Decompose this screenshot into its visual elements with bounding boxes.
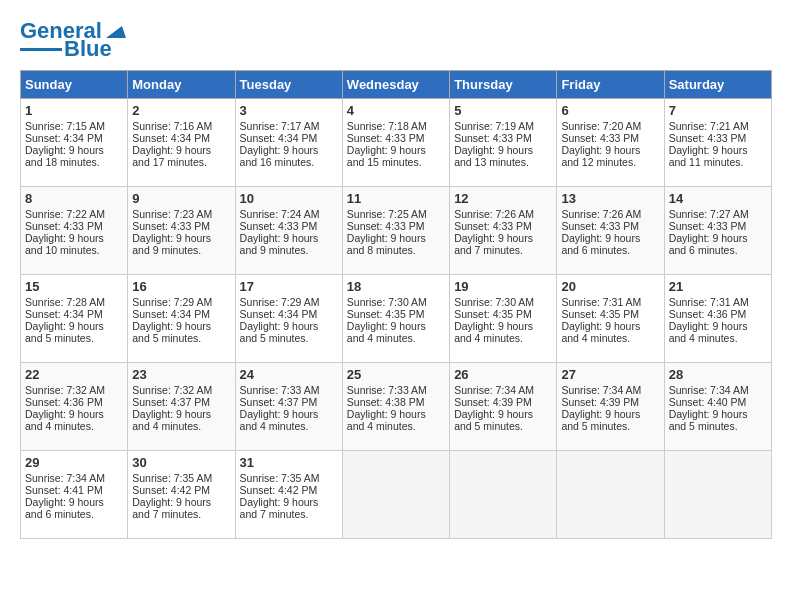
sunrise: Sunrise: 7:34 AM	[561, 384, 641, 396]
daylight: Daylight: 9 hours and 4 minutes.	[454, 320, 533, 344]
sunset: Sunset: 4:33 PM	[669, 132, 747, 144]
daylight: Daylight: 9 hours and 4 minutes.	[132, 408, 211, 432]
daylight: Daylight: 9 hours and 7 minutes.	[132, 496, 211, 520]
calendar-cell: 2Sunrise: 7:16 AMSunset: 4:34 PMDaylight…	[128, 99, 235, 187]
daylight: Daylight: 9 hours and 15 minutes.	[347, 144, 426, 168]
day-number: 1	[25, 103, 123, 118]
day-number: 6	[561, 103, 659, 118]
daylight: Daylight: 9 hours and 4 minutes.	[347, 408, 426, 432]
sunrise: Sunrise: 7:23 AM	[132, 208, 212, 220]
daylight: Daylight: 9 hours and 7 minutes.	[454, 232, 533, 256]
sunset: Sunset: 4:33 PM	[454, 220, 532, 232]
sunrise: Sunrise: 7:28 AM	[25, 296, 105, 308]
calendar-cell: 5Sunrise: 7:19 AMSunset: 4:33 PMDaylight…	[450, 99, 557, 187]
logo-blue-text: Blue	[64, 38, 112, 60]
sunrise: Sunrise: 7:33 AM	[347, 384, 427, 396]
calendar-cell: 13Sunrise: 7:26 AMSunset: 4:33 PMDayligh…	[557, 187, 664, 275]
calendar-cell: 19Sunrise: 7:30 AMSunset: 4:35 PMDayligh…	[450, 275, 557, 363]
sunset: Sunset: 4:41 PM	[25, 484, 103, 496]
calendar-cell: 23Sunrise: 7:32 AMSunset: 4:37 PMDayligh…	[128, 363, 235, 451]
calendar-week-row: 1Sunrise: 7:15 AMSunset: 4:34 PMDaylight…	[21, 99, 772, 187]
sunset: Sunset: 4:35 PM	[454, 308, 532, 320]
sunrise: Sunrise: 7:35 AM	[132, 472, 212, 484]
sunrise: Sunrise: 7:26 AM	[454, 208, 534, 220]
day-number: 8	[25, 191, 123, 206]
sunset: Sunset: 4:39 PM	[454, 396, 532, 408]
sunset: Sunset: 4:35 PM	[347, 308, 425, 320]
day-number: 25	[347, 367, 445, 382]
sunset: Sunset: 4:40 PM	[669, 396, 747, 408]
calendar-cell: 6Sunrise: 7:20 AMSunset: 4:33 PMDaylight…	[557, 99, 664, 187]
weekday-header: Tuesday	[235, 71, 342, 99]
calendar-cell	[664, 451, 771, 539]
daylight: Daylight: 9 hours and 4 minutes.	[25, 408, 104, 432]
calendar-cell: 3Sunrise: 7:17 AMSunset: 4:34 PMDaylight…	[235, 99, 342, 187]
daylight: Daylight: 9 hours and 12 minutes.	[561, 144, 640, 168]
calendar-cell: 17Sunrise: 7:29 AMSunset: 4:34 PMDayligh…	[235, 275, 342, 363]
calendar-week-row: 15Sunrise: 7:28 AMSunset: 4:34 PMDayligh…	[21, 275, 772, 363]
calendar-cell: 30Sunrise: 7:35 AMSunset: 4:42 PMDayligh…	[128, 451, 235, 539]
sunset: Sunset: 4:33 PM	[132, 220, 210, 232]
daylight: Daylight: 9 hours and 5 minutes.	[25, 320, 104, 344]
daylight: Daylight: 9 hours and 9 minutes.	[132, 232, 211, 256]
weekday-header: Wednesday	[342, 71, 449, 99]
calendar-cell: 10Sunrise: 7:24 AMSunset: 4:33 PMDayligh…	[235, 187, 342, 275]
sunrise: Sunrise: 7:32 AM	[25, 384, 105, 396]
day-number: 19	[454, 279, 552, 294]
daylight: Daylight: 9 hours and 6 minutes.	[25, 496, 104, 520]
sunset: Sunset: 4:34 PM	[132, 308, 210, 320]
daylight: Daylight: 9 hours and 6 minutes.	[561, 232, 640, 256]
sunrise: Sunrise: 7:34 AM	[25, 472, 105, 484]
calendar-cell: 11Sunrise: 7:25 AMSunset: 4:33 PMDayligh…	[342, 187, 449, 275]
daylight: Daylight: 9 hours and 17 minutes.	[132, 144, 211, 168]
sunrise: Sunrise: 7:31 AM	[561, 296, 641, 308]
sunrise: Sunrise: 7:15 AM	[25, 120, 105, 132]
weekday-header: Thursday	[450, 71, 557, 99]
sunrise: Sunrise: 7:25 AM	[347, 208, 427, 220]
sunrise: Sunrise: 7:30 AM	[347, 296, 427, 308]
daylight: Daylight: 9 hours and 5 minutes.	[132, 320, 211, 344]
calendar-cell: 29Sunrise: 7:34 AMSunset: 4:41 PMDayligh…	[21, 451, 128, 539]
day-number: 21	[669, 279, 767, 294]
sunset: Sunset: 4:33 PM	[25, 220, 103, 232]
calendar-cell: 12Sunrise: 7:26 AMSunset: 4:33 PMDayligh…	[450, 187, 557, 275]
calendar-cell: 28Sunrise: 7:34 AMSunset: 4:40 PMDayligh…	[664, 363, 771, 451]
sunrise: Sunrise: 7:33 AM	[240, 384, 320, 396]
sunset: Sunset: 4:36 PM	[669, 308, 747, 320]
sunset: Sunset: 4:39 PM	[561, 396, 639, 408]
sunrise: Sunrise: 7:17 AM	[240, 120, 320, 132]
day-number: 22	[25, 367, 123, 382]
daylight: Daylight: 9 hours and 4 minutes.	[240, 408, 319, 432]
sunrise: Sunrise: 7:16 AM	[132, 120, 212, 132]
calendar-cell	[450, 451, 557, 539]
sunset: Sunset: 4:34 PM	[25, 308, 103, 320]
sunset: Sunset: 4:38 PM	[347, 396, 425, 408]
daylight: Daylight: 9 hours and 9 minutes.	[240, 232, 319, 256]
daylight: Daylight: 9 hours and 4 minutes.	[561, 320, 640, 344]
sunset: Sunset: 4:42 PM	[132, 484, 210, 496]
sunset: Sunset: 4:42 PM	[240, 484, 318, 496]
day-number: 15	[25, 279, 123, 294]
weekday-header: Monday	[128, 71, 235, 99]
sunset: Sunset: 4:36 PM	[25, 396, 103, 408]
day-number: 14	[669, 191, 767, 206]
sunrise: Sunrise: 7:24 AM	[240, 208, 320, 220]
day-number: 27	[561, 367, 659, 382]
day-number: 13	[561, 191, 659, 206]
sunset: Sunset: 4:37 PM	[132, 396, 210, 408]
day-number: 20	[561, 279, 659, 294]
calendar-cell: 31Sunrise: 7:35 AMSunset: 4:42 PMDayligh…	[235, 451, 342, 539]
day-number: 2	[132, 103, 230, 118]
calendar-cell: 16Sunrise: 7:29 AMSunset: 4:34 PMDayligh…	[128, 275, 235, 363]
day-number: 7	[669, 103, 767, 118]
day-number: 24	[240, 367, 338, 382]
calendar-cell: 27Sunrise: 7:34 AMSunset: 4:39 PMDayligh…	[557, 363, 664, 451]
sunset: Sunset: 4:34 PM	[240, 132, 318, 144]
daylight: Daylight: 9 hours and 4 minutes.	[669, 320, 748, 344]
day-number: 5	[454, 103, 552, 118]
day-number: 16	[132, 279, 230, 294]
calendar-body: 1Sunrise: 7:15 AMSunset: 4:34 PMDaylight…	[21, 99, 772, 539]
day-number: 9	[132, 191, 230, 206]
daylight: Daylight: 9 hours and 18 minutes.	[25, 144, 104, 168]
calendar-cell	[342, 451, 449, 539]
